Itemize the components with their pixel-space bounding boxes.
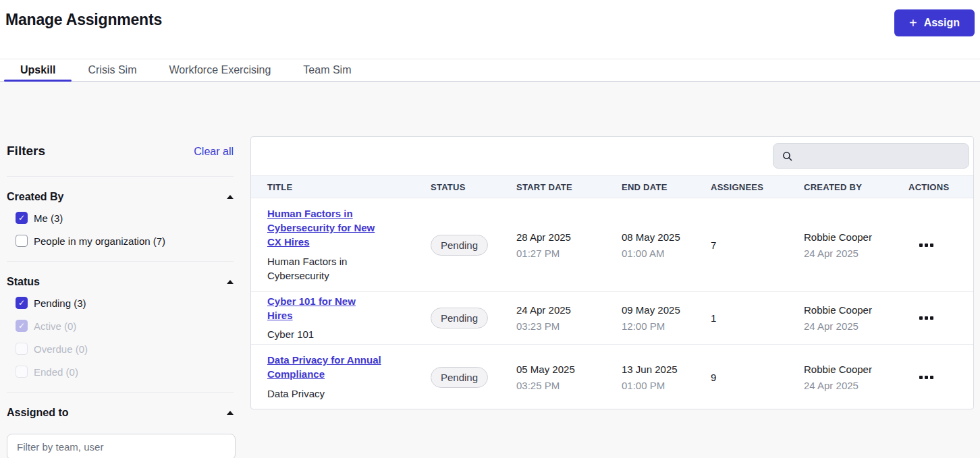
creator-name: Robbie Cooper [804, 304, 892, 316]
checkbox-checked[interactable]: ✓ [16, 212, 28, 224]
start-date: 28 Apr 2025 [516, 231, 605, 243]
clear-all-link[interactable]: Clear all [194, 146, 234, 158]
start-date: 05 May 2025 [516, 364, 605, 375]
cell-status: Pending [414, 367, 500, 388]
column-header-status[interactable]: STATUS [414, 182, 500, 192]
created-date: 24 Apr 2025 [804, 320, 892, 332]
checkbox-unchecked[interactable] [16, 235, 28, 247]
filter-section-assigned-to: Assigned to [7, 392, 234, 458]
assignment-title-link[interactable]: Cyber 101 for New Hires [267, 295, 383, 322]
assignment-title-link[interactable]: Data Privacy for Annual Compliance [267, 353, 383, 381]
ellipsis-icon [919, 376, 923, 379]
cell-end-date: 13 Jun 2025 01:00 PM [605, 364, 695, 391]
column-header-assignees[interactable]: ASSIGNEES [695, 182, 788, 192]
column-header-created-by[interactable]: CREATED BY [788, 182, 892, 192]
assignments-table-card: TITLE STATUS START DATE END DATE ASSIGNE… [250, 136, 974, 409]
cell-title: Human Factors in Cybersecurity for New C… [251, 207, 414, 282]
column-header-start-date[interactable]: START DATE [500, 182, 605, 192]
cell-start-date: 28 Apr 2025 01:27 PM [500, 231, 605, 259]
cell-created-by: Robbie Cooper 24 Apr 2025 [788, 364, 892, 391]
creator-name: Robbie Cooper [804, 364, 892, 375]
status-badge: Pending [431, 367, 488, 388]
tab-label: Upskill [20, 64, 55, 76]
filter-section-title: Created By [7, 191, 63, 203]
start-time: 03:25 PM [516, 380, 605, 391]
ellipsis-icon [919, 244, 923, 247]
end-time: 01:00 PM [622, 380, 695, 391]
start-time: 01:27 PM [516, 248, 605, 259]
actions-menu-button[interactable] [918, 312, 935, 324]
filter-section-status: Status ✓ Pending (3) ✓ Active (0) Overdu… [7, 261, 234, 378]
actions-menu-button[interactable] [918, 372, 935, 383]
cell-start-date: 24 Apr 2025 03:23 PM [500, 304, 605, 332]
filter-option-label: Me (3) [34, 212, 63, 224]
assignees-count: 9 [711, 372, 716, 383]
column-header-title[interactable]: TITLE [251, 182, 414, 192]
magnifier-icon [782, 150, 793, 162]
tab-upskill[interactable]: Upskill [4, 59, 72, 81]
caret-up-icon [227, 411, 234, 415]
status-badge: Pending [431, 308, 488, 328]
actions-menu-button[interactable] [918, 239, 935, 251]
assign-button[interactable]: + Assign [894, 9, 975, 36]
page-header: Manage Assignments + Assign [0, 0, 980, 59]
end-date: 13 Jun 2025 [622, 364, 695, 375]
filter-option-label: Active (0) [34, 320, 76, 332]
tab-team-sim[interactable]: Team Sim [287, 59, 367, 81]
ellipsis-icon [919, 316, 923, 320]
cell-actions [892, 312, 973, 324]
start-date: 24 Apr 2025 [516, 304, 605, 316]
cell-actions [892, 372, 973, 383]
plus-icon: + [909, 18, 917, 28]
filter-option-pending[interactable]: ✓ Pending (3) [16, 297, 234, 309]
filter-section-created-by-header[interactable]: Created By [7, 191, 234, 203]
end-time: 12:00 PM [622, 320, 695, 332]
assignment-subtitle: Data Privacy [267, 387, 383, 401]
main-area: TITLE STATUS START DATE END DATE ASSIGNE… [250, 82, 980, 458]
column-header-end-date[interactable]: END DATE [605, 182, 695, 192]
checkbox-unchecked-disabled [16, 343, 28, 355]
tab-label: Crisis Sim [88, 64, 136, 76]
filter-option-me[interactable]: ✓ Me (3) [16, 212, 234, 224]
filter-option-label: Ended (0) [34, 366, 78, 378]
filter-option-label: People in my organization (7) [34, 235, 165, 247]
created-date: 24 Apr 2025 [804, 248, 892, 259]
tab-label: Workforce Exercising [169, 64, 271, 76]
table-search-box[interactable] [773, 143, 969, 169]
end-date: 08 May 2025 [622, 231, 695, 243]
filter-section-created-by: Created By ✓ Me (3) People in my organiz… [7, 176, 234, 247]
checkbox-checked-disabled: ✓ [16, 320, 28, 332]
table-row: Cyber 101 for New Hires Cyber 101 Pendin… [251, 292, 973, 345]
assignment-title-link[interactable]: Human Factors in Cybersecurity for New C… [267, 207, 383, 249]
filter-option-label: Pending (3) [34, 297, 86, 309]
cell-end-date: 09 May 2025 12:00 PM [605, 304, 695, 332]
tab-workforce-exercising[interactable]: Workforce Exercising [153, 59, 287, 81]
tab-crisis-sim[interactable]: Crisis Sim [72, 59, 153, 81]
filter-option-label: Overdue (0) [34, 343, 88, 355]
checkbox-checked[interactable]: ✓ [16, 297, 28, 309]
table-toolbar [251, 137, 973, 175]
filters-header: Filters Clear all [7, 144, 234, 159]
table-header-row: TITLE STATUS START DATE END DATE ASSIGNE… [251, 175, 973, 198]
filter-option-people-in-org[interactable]: People in my organization (7) [16, 235, 234, 247]
assignees-count: 7 [711, 239, 716, 251]
filter-option-ended: Ended (0) [16, 366, 234, 378]
cell-actions [892, 239, 973, 251]
filter-section-assigned-to-header[interactable]: Assigned to [7, 407, 234, 419]
table-row: Human Factors in Cybersecurity for New C… [251, 198, 973, 292]
cell-created-by: Robbie Cooper 24 Apr 2025 [788, 231, 892, 259]
end-time: 01:00 AM [622, 248, 695, 259]
cell-created-by: Robbie Cooper 24 Apr 2025 [788, 304, 892, 332]
start-time: 03:23 PM [516, 320, 605, 332]
tab-label: Team Sim [303, 64, 351, 76]
filter-option-overdue: Overdue (0) [16, 343, 234, 355]
assigned-to-filter-input[interactable] [7, 434, 236, 458]
cell-assignees: 1 [695, 312, 788, 324]
search-input[interactable] [798, 150, 960, 162]
page-title: Manage Assignments [5, 9, 162, 29]
filter-section-status-header[interactable]: Status [7, 276, 234, 288]
content-area: Filters Clear all Created By ✓ Me (3) Pe… [0, 82, 980, 458]
cell-end-date: 08 May 2025 01:00 AM [605, 231, 695, 259]
column-header-actions: ACTIONS [892, 182, 973, 192]
caret-up-icon [227, 280, 234, 284]
